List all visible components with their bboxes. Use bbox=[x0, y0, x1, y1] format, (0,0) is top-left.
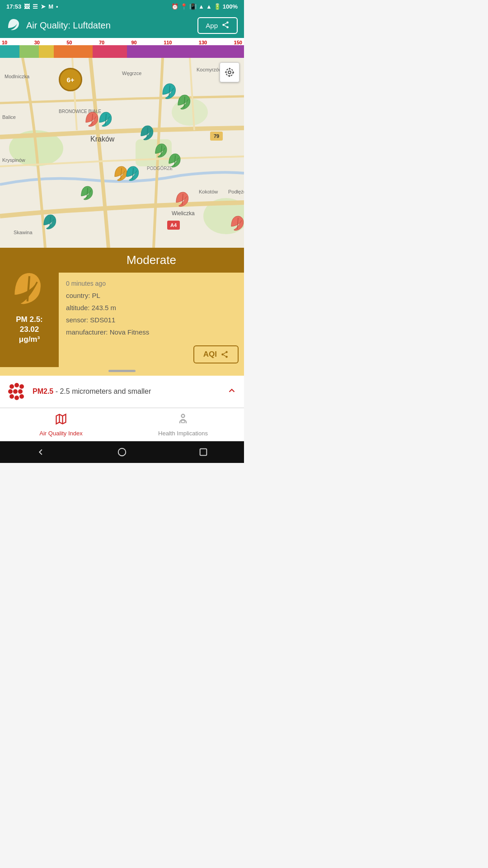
aqi-button-label: AQI bbox=[203, 350, 217, 359]
leaf-marker-teal-5[interactable] bbox=[43, 214, 58, 232]
info-country: country: PL bbox=[66, 289, 237, 302]
svg-text:Kraków: Kraków bbox=[90, 135, 115, 143]
mail-icon: M bbox=[48, 3, 53, 10]
bottom-nav: Air Quality Index Health Implications bbox=[0, 408, 244, 441]
tab-aqi-label: Air Quality Index bbox=[39, 430, 82, 437]
leaf-marker-teal-4[interactable] bbox=[126, 165, 141, 184]
scale-bar-container: 10 30 50 70 90 110 130 150 bbox=[0, 38, 244, 58]
leaf-marker-salmon-1[interactable] bbox=[85, 111, 100, 129]
svg-point-39 bbox=[9, 384, 14, 389]
svg-point-0 bbox=[226, 21, 229, 24]
map-container[interactable]: 79 S7 A4 Kocmyrzów Modlniczka Węgrzce Ba… bbox=[0, 58, 244, 248]
svg-text:Balice: Balice bbox=[2, 114, 16, 120]
pm25-row[interactable]: PM2.5 - 2.5 micrometers and smaller bbox=[0, 376, 244, 408]
tab-health-label: Health Implications bbox=[158, 430, 208, 437]
leaf-marker-green-3[interactable] bbox=[168, 153, 183, 170]
dot-icon: • bbox=[56, 3, 58, 10]
pm25-dots-icon bbox=[7, 382, 26, 401]
nav-icon: ➤ bbox=[41, 3, 46, 10]
status-label: Moderate bbox=[59, 248, 244, 273]
cluster-marker[interactable]: 6+ bbox=[59, 68, 82, 91]
home-button[interactable] bbox=[114, 444, 130, 460]
info-time: 0 minutes ago bbox=[66, 278, 237, 289]
battery-icon: 🔋 bbox=[214, 3, 221, 10]
person-book-icon bbox=[177, 413, 189, 428]
svg-rect-53 bbox=[200, 449, 207, 456]
svg-text:Kryspinów: Kryspinów bbox=[2, 157, 25, 163]
svg-point-1 bbox=[222, 24, 225, 26]
leaf-marker-salmon-3[interactable] bbox=[230, 215, 244, 233]
leaf-marker-green-4[interactable] bbox=[80, 185, 95, 203]
svg-text:Podłęże: Podłęże bbox=[228, 189, 244, 194]
location-icon: 📍 bbox=[180, 3, 188, 10]
share-icon bbox=[221, 21, 230, 30]
status-bar: 17:53 🖼 ☰ ➤ M • ⏰ 📍 📳 ▲ ▲ 🔋 100% bbox=[0, 0, 244, 13]
info-right: Moderate 0 minutes ago country: PL altit… bbox=[59, 248, 244, 367]
svg-text:Węgrzce: Węgrzce bbox=[122, 71, 141, 76]
svg-point-52 bbox=[118, 448, 126, 456]
svg-point-50 bbox=[182, 415, 185, 418]
header-title: Air Quality: Luftdaten bbox=[26, 20, 111, 31]
time: 17:53 bbox=[6, 3, 21, 10]
tab-air-quality-index[interactable]: Air Quality Index bbox=[0, 408, 122, 441]
map-icon bbox=[55, 413, 67, 428]
leaf-marker-green-1[interactable] bbox=[177, 94, 192, 112]
svg-point-42 bbox=[8, 389, 13, 394]
app-share-button[interactable]: App bbox=[197, 17, 238, 34]
info-altitude: altitude: 243.5 m bbox=[66, 302, 237, 314]
scale-num-90: 90 bbox=[131, 40, 137, 45]
svg-point-2 bbox=[226, 26, 229, 28]
leaf-marker-teal-2[interactable] bbox=[99, 111, 114, 129]
scale-num-70: 70 bbox=[99, 40, 104, 45]
status-right: ⏰ 📍 📳 ▲ ▲ 🔋 100% bbox=[171, 3, 238, 10]
leaf-marker-salmon-2[interactable] bbox=[175, 191, 191, 209]
signal-icon: ▲ bbox=[206, 3, 212, 10]
scale-num-10: 10 bbox=[2, 40, 7, 45]
leaf-logo-icon bbox=[6, 17, 21, 33]
svg-point-34 bbox=[225, 351, 228, 354]
pm25-description: PM2.5 - 2.5 micrometers and smaller bbox=[33, 387, 221, 396]
aqi-share-button[interactable]: AQI bbox=[193, 345, 239, 363]
location-button[interactable] bbox=[220, 62, 239, 82]
info-panel: PM 2.5: 23.02 μg/m³ Moderate 0 minutes a… bbox=[0, 248, 244, 367]
svg-text:Kokotów: Kokotów bbox=[199, 189, 218, 194]
info-leaf-icon bbox=[11, 270, 47, 311]
svg-point-46 bbox=[14, 396, 19, 400]
scale-num-50: 50 bbox=[66, 40, 72, 45]
svg-text:Skawina: Skawina bbox=[14, 230, 33, 235]
back-button[interactable] bbox=[33, 444, 49, 460]
svg-line-37 bbox=[223, 355, 225, 356]
svg-text:A4: A4 bbox=[170, 222, 177, 228]
info-manufacturer: manufacturer: Nova Fitness bbox=[66, 326, 237, 338]
app-button-label: App bbox=[206, 22, 218, 29]
pm25-desc-text: - 2.5 micrometers and smaller bbox=[53, 387, 151, 395]
svg-text:Wieliczka: Wieliczka bbox=[172, 210, 195, 217]
svg-point-43 bbox=[13, 389, 18, 394]
map-svg: 79 S7 A4 Kocmyrzów Modlniczka Węgrzce Ba… bbox=[0, 58, 244, 248]
svg-line-38 bbox=[223, 353, 225, 354]
cluster-label: 6+ bbox=[66, 76, 74, 84]
info-sensor: sensor: SDS011 bbox=[66, 314, 237, 326]
scale-num-110: 110 bbox=[164, 40, 172, 45]
svg-point-40 bbox=[14, 383, 19, 387]
leaf-marker-green-2[interactable] bbox=[155, 143, 169, 160]
wifi-icon: ▲ bbox=[198, 3, 204, 10]
svg-line-4 bbox=[224, 23, 226, 24]
android-nav bbox=[0, 441, 244, 463]
pm25-chevron-icon[interactable] bbox=[227, 386, 237, 398]
drag-handle-container[interactable] bbox=[0, 367, 244, 376]
tab-health-implications[interactable]: Health Implications bbox=[122, 408, 244, 441]
drag-handle bbox=[108, 370, 136, 372]
scale-num-30: 30 bbox=[34, 40, 40, 45]
recents-button[interactable] bbox=[195, 444, 211, 460]
leaf-marker-teal-3[interactable] bbox=[140, 125, 155, 143]
scale-num-130: 130 bbox=[199, 40, 207, 45]
svg-point-45 bbox=[9, 394, 14, 399]
leaf-marker-teal-1[interactable] bbox=[162, 83, 178, 102]
svg-text:Modlniczka: Modlniczka bbox=[5, 74, 30, 79]
info-details: 0 minutes ago country: PL altitude: 243.… bbox=[59, 273, 244, 344]
header-left: Air Quality: Luftdaten bbox=[6, 17, 111, 33]
alarm-icon: ⏰ bbox=[171, 3, 178, 10]
scale-num-150: 150 bbox=[234, 40, 242, 45]
message-icon: ☰ bbox=[33, 3, 38, 10]
